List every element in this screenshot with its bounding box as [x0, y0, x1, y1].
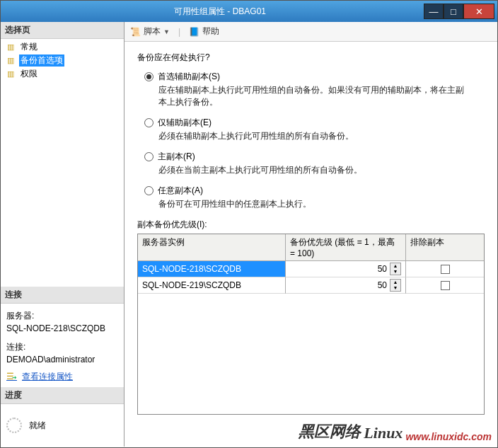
server-label: 服务器: [6, 309, 118, 322]
chevron-down-icon: ▼ [163, 28, 170, 35]
priority-value: 50 [290, 280, 390, 290]
option-label: 仅辅助副本(E) [158, 117, 212, 129]
nav-item-general[interactable]: ▥ 常规 [1, 40, 124, 54]
table-row[interactable]: SQL-NODE-219\SCZQDB 50 ▲▼ [138, 277, 484, 294]
script-icon: 📜 [130, 27, 141, 37]
option-desc: 应在辅助副本上执行此可用性组的自动备份。如果没有可用的辅助副本，将在主副本上执行… [158, 84, 470, 108]
grid-header: 服务器实例 备份优先级 (最低 = 1，最高 = 100) 排除副本 [138, 234, 484, 261]
connection-label: 连接: [6, 340, 118, 353]
connection-block: 服务器: SQL-NODE-218\SCZQDB 连接: DEMOAD\admi… [1, 304, 124, 387]
minimize-button[interactable]: — [424, 4, 444, 19]
nav-item-backup-pref[interactable]: ▥ 备份首选项 [1, 54, 124, 67]
progress-status: 就绪 [29, 420, 46, 432]
option-label: 首选辅助副本(S) [158, 71, 220, 83]
cell-exclude[interactable] [406, 277, 484, 294]
progress-header: 进度 [1, 387, 124, 404]
option-any-replica[interactable]: 任意副本(A) [144, 185, 485, 197]
connection-value: DEMOAD\administrator [6, 353, 118, 366]
right-panel: 📜 脚本 ▼ | 📘 帮助 备份应在何处执行? 首选辅助副本(S) 应在辅助副本… [124, 22, 497, 447]
cell-priority[interactable]: 50 ▲▼ [286, 277, 406, 294]
priority-value: 50 [290, 264, 390, 274]
script-button[interactable]: 📜 脚本 ▼ [130, 25, 170, 38]
nav-label: 常规 [19, 41, 39, 53]
server-value: SQL-NODE-218\SCZQDB [6, 322, 118, 335]
col-exclude: 排除副本 [406, 234, 484, 261]
spinner-buttons[interactable]: ▲▼ [390, 263, 401, 275]
nav-list: ▥ 常规 ▥ 备份首选项 ▥ 权限 [1, 39, 124, 82]
spin-down-icon[interactable]: ▼ [390, 285, 400, 291]
nav-label: 权限 [19, 68, 39, 80]
exclude-checkbox[interactable] [441, 281, 450, 290]
cell-server: SQL-NODE-218\SCZQDB [138, 261, 286, 277]
spinner-buttons[interactable]: ▲▼ [390, 279, 401, 292]
help-label: 帮助 [202, 25, 219, 38]
view-connection-properties-link[interactable]: ☰➔ 查看连接属性 [6, 370, 118, 383]
content-area: 备份应在何处执行? 首选辅助副本(S) 应在辅助副本上执行此可用性组的自动备份。… [124, 42, 497, 447]
maximize-button[interactable]: □ [444, 4, 463, 19]
option-label: 任意副本(A) [158, 185, 203, 197]
page-icon: ▥ [5, 42, 16, 53]
option-label: 主副本(R) [158, 151, 195, 163]
question-label: 备份应在何处执行? [137, 52, 485, 64]
grid-empty-space [138, 294, 484, 414]
select-page-header: 选择页 [1, 22, 124, 39]
cell-exclude[interactable] [406, 261, 484, 277]
title-bar: 可用性组属性 - DBAG01 — □ ✕ [1, 1, 497, 22]
replica-priority-label: 副本备份优先级(I): [137, 219, 485, 231]
toolbar: 📜 脚本 ▼ | 📘 帮助 [124, 22, 497, 42]
link-text: 查看连接属性 [22, 370, 73, 383]
help-icon: 📘 [189, 27, 199, 37]
radio-secondary-only[interactable] [144, 118, 154, 127]
col-server: 服务器实例 [138, 234, 286, 261]
spin-up-icon[interactable]: ▲ [390, 280, 400, 285]
help-button[interactable]: 📘 帮助 [189, 25, 219, 38]
close-button[interactable]: ✕ [463, 4, 494, 19]
page-icon: ▥ [5, 69, 16, 80]
radio-primary[interactable] [144, 152, 154, 161]
option-secondary-only[interactable]: 仅辅助副本(E) [144, 117, 485, 129]
option-prefer-secondary[interactable]: 首选辅助副本(S) [144, 71, 485, 83]
option-desc: 必须在辅助副本上执行此可用性组的所有自动备份。 [158, 130, 470, 142]
table-row[interactable]: SQL-NODE-218\SCZQDB 50 ▲▼ [138, 261, 484, 277]
radio-any-replica[interactable] [144, 186, 154, 195]
col-priority: 备份优先级 (最低 = 1，最高 = 100) [286, 234, 406, 261]
replica-grid: 服务器实例 备份优先级 (最低 = 1，最高 = 100) 排除副本 SQL-N… [137, 234, 485, 415]
cell-priority[interactable]: 50 ▲▼ [286, 261, 406, 277]
exclude-checkbox[interactable] [441, 265, 450, 274]
window-controls: — □ ✕ [424, 4, 494, 19]
option-desc: 备份可在可用性组中的任意副本上执行。 [158, 198, 470, 210]
option-desc: 必须在当前主副本上执行此可用性组的所有自动备份。 [158, 164, 470, 176]
left-panel: 选择页 ▥ 常规 ▥ 备份首选项 ▥ 权限 连接 服务器: SQL-NODE-2… [1, 22, 124, 447]
script-label: 脚本 [144, 25, 161, 38]
window-title: 可用性组属性 - DBAG01 [16, 6, 424, 18]
spin-up-icon[interactable]: ▲ [390, 263, 400, 269]
spin-down-icon[interactable]: ▼ [390, 269, 400, 275]
nav-item-permissions[interactable]: ▥ 权限 [1, 67, 124, 81]
link-icon: ☰➔ [6, 370, 19, 383]
spinner-icon [6, 418, 22, 433]
radio-prefer-secondary[interactable] [144, 72, 154, 81]
option-primary[interactable]: 主副本(R) [144, 151, 485, 163]
nav-label: 备份首选项 [19, 54, 64, 67]
progress-block: 就绪 [1, 404, 124, 447]
page-icon: ▥ [5, 55, 16, 67]
connection-header: 连接 [1, 287, 124, 304]
cell-server: SQL-NODE-219\SCZQDB [138, 277, 286, 294]
